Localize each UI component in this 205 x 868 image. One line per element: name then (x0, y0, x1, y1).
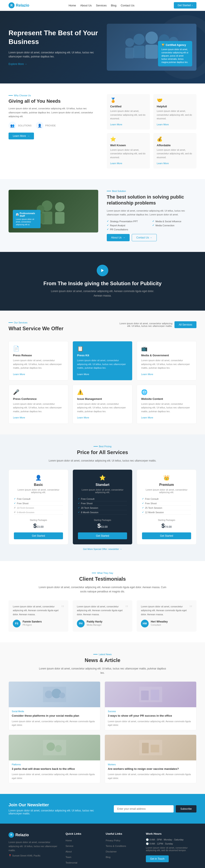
news-image-0 (9, 682, 100, 707)
quote-icon-2: " (189, 604, 192, 612)
nav-home[interactable]: Home (68, 4, 76, 7)
news-desc-1: Lorem ipsum dolor sit amet, consectetur … (108, 720, 193, 727)
certified-icon: 🏅 (110, 98, 146, 103)
service-desc-4: Lorem ipsum dolor sit amet, consectetur … (77, 402, 128, 413)
service-link-2[interactable]: Learn More (141, 373, 153, 375)
video-play-button[interactable] (97, 265, 108, 276)
feature-desc-0: Lorem ipsum dolor sit amet, consectetur … (110, 109, 146, 121)
pricing-note[interactable]: Get More Special Offer: newsletter → (8, 548, 197, 550)
testimonials-tag: What They Say (8, 572, 197, 574)
footer-get-in-touch-button[interactable]: Get in Touch (146, 856, 169, 862)
service-link-5[interactable]: Learn More (141, 416, 153, 419)
solutions-icon: 👥 (8, 122, 16, 129)
plan-name-premium: Premium (142, 483, 191, 487)
svg-rect-3 (145, 44, 158, 59)
footer-link-testimonial[interactable]: Testimonial (65, 861, 77, 864)
bs-tag: Best Solution (107, 190, 197, 192)
svg-marker-16 (101, 269, 104, 272)
footer-work-hours: Work Hours 🕐 8 AM - 5PM : Monday - Satur… (146, 832, 197, 866)
testimonials-grid: " Lorem ipsum dolor sit amet, consectetu… (8, 600, 197, 632)
service-link-4[interactable]: Learn More (77, 416, 89, 419)
arrow-icon: › (192, 4, 193, 7)
video-description: Lorem ipsum dolor sit amet, consectetur … (49, 289, 156, 298)
play-icon (100, 268, 105, 273)
professionals-icon: 👔 (16, 213, 19, 216)
hero-explore-link[interactable]: Explore More → (8, 63, 27, 65)
footer-link-team[interactable]: Team (65, 856, 71, 858)
why-left: Why Choose Us Giving all of You Needs Lo… (8, 94, 98, 168)
author-role-2: Consultant (151, 623, 168, 627)
nav-contact[interactable]: Contact Us (121, 4, 134, 7)
footer-logo-icon: R (8, 832, 14, 838)
svg-point-0 (134, 34, 145, 45)
plan-features-basic: Free Consult Free Shoot 10 Tech Session … (14, 497, 63, 515)
feature-link-3[interactable]: Learn More (157, 162, 169, 164)
pricing-tag: Best Pricing (8, 445, 197, 448)
author-name-0: Fannie Sanders (23, 620, 42, 623)
why-description: Lorem ipsum dolor sit amet, consectetur … (8, 106, 98, 119)
nav-blog[interactable]: Blog (111, 4, 116, 7)
plan-cta-basic[interactable]: Get Started (14, 532, 63, 539)
plan-premium: 👑 Premium Lorem ipsum dolor sit amet, co… (137, 469, 197, 545)
nav-about[interactable]: About Us (80, 4, 92, 7)
service-title-5: Website Content (141, 397, 192, 401)
bs-list-2: Report Analyst (107, 224, 151, 227)
bs-buttons: About Us → Contact Us → (107, 234, 197, 241)
bs-text: Best Solution The best solution in solvi… (107, 190, 197, 242)
footer-link-privacy[interactable]: Privacy Policy (106, 839, 120, 842)
testimonials-section: What They Say Client Testimonials Lorem … (0, 561, 205, 642)
feature-link-2[interactable]: Learn More (110, 162, 122, 164)
newsletter-email-input[interactable] (114, 805, 174, 812)
service-link-1[interactable]: Learn More (77, 373, 89, 375)
plan-price-premium: $74.00 (142, 522, 191, 529)
nav-services[interactable]: Services (96, 4, 107, 7)
feature-2-premium: 25 Tech Session (142, 506, 191, 510)
footer-link-blog[interactable]: Blog (106, 856, 110, 858)
feature-link-0[interactable]: Learn More (110, 123, 122, 126)
plan-cta-standard[interactable]: Get Started (78, 532, 127, 539)
footer-link-about[interactable]: About (65, 850, 72, 853)
newsletter-subscribe-button[interactable]: Subscribe (176, 805, 197, 812)
about-us-button[interactable]: About Us → (107, 234, 129, 241)
best-solution-section: 👔 Professionals Staff Lorem ipsum dolor … (0, 179, 205, 252)
footer-link-terms[interactable]: Terms & Conditions (106, 845, 126, 847)
author-role-0: PR Agent (23, 623, 42, 627)
testimonial-author-0: FS Fannie Sanders PR Agent (13, 620, 64, 627)
feature-link-1[interactable]: Learn More (157, 123, 169, 126)
professionals-desc: Lorem ipsum dolor sit amet, consectetur … (16, 218, 37, 226)
plan-price-basic: $23.00 (14, 522, 63, 529)
author-name-2: Heri Wheatley (151, 620, 168, 623)
footer-link-disclaimer[interactable]: Disclaimer (106, 850, 117, 853)
video-section: From The Inside giving the Solution for … (0, 252, 205, 311)
all-services-button[interactable]: All Services (174, 321, 197, 328)
service-link-3[interactable]: Learn More (13, 416, 25, 419)
contact-us-button[interactable]: Contact Us → (132, 234, 157, 241)
plan-name-basic: Basic (14, 483, 63, 487)
price-label-standard: Starting Packages (78, 519, 127, 521)
footer-link-home[interactable]: Home (65, 839, 72, 842)
feature-3-premium: 12 Month Session (142, 510, 191, 515)
plan-cta-premium[interactable]: Get Started (142, 532, 191, 539)
news-tag: Latest News (8, 653, 197, 656)
bs-image-container: 👔 Professionals Staff Lorem ipsum dolor … (8, 190, 98, 232)
news-title-3: Are workers willing to resign over vacci… (108, 767, 193, 771)
plan-features-standard: Free Consult Free Shoot 20 Tech Session … (78, 497, 127, 515)
get-started-button[interactable]: Get Started › (174, 2, 197, 8)
testimonials-title: Client Testimonials (8, 576, 197, 582)
service-card-3: 🎤 Press Conference Lorem ipsum dolor sit… (8, 385, 68, 424)
testimonial-text-1: Lorem ipsum dolor sit amet, consectetur … (77, 604, 128, 617)
why-learn-more-button[interactable]: Learn More → (8, 132, 34, 140)
svg-point-20 (59, 692, 65, 698)
services-tag: Our Services (8, 321, 102, 324)
bs-list-4: PR Consultations (107, 228, 151, 231)
svg-point-18 (45, 691, 53, 698)
service-link-0[interactable]: Learn More (13, 373, 25, 375)
svg-rect-22 (141, 691, 149, 700)
footer-useful-links-list: Privacy Policy Terms & Conditions Discla… (106, 838, 140, 859)
feature-1-premium: Free Shoot (142, 501, 191, 506)
arrow-icon: → (150, 236, 152, 239)
footer-link-service[interactable]: Service (65, 845, 74, 847)
feature-0-standard: Free Consult (78, 497, 127, 501)
feature-title-2: Well Known (110, 144, 146, 147)
plan-icon-premium: 👑 (142, 475, 191, 481)
